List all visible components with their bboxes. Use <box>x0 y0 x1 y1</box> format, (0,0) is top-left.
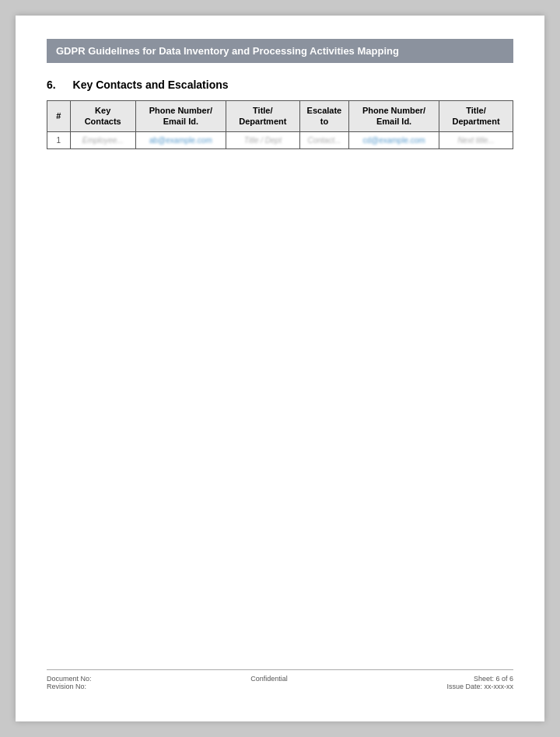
cell-phone1: ab@example.com <box>135 131 226 148</box>
col-header-key-contacts: KeyContacts <box>70 101 135 132</box>
doc-no-label: Document No: <box>47 675 92 683</box>
cell-key-contacts: Employee... <box>70 131 135 148</box>
section-number: 6. <box>47 79 56 91</box>
col-header-phone2: Phone Number/Email Id. <box>349 101 439 132</box>
cell-escalate: Contact... <box>299 131 348 148</box>
cell-phone2: cd@example.com <box>349 131 439 148</box>
cell-title1: Title / Dept <box>226 131 299 148</box>
sheet-label: Sheet: 6 of 6 <box>474 675 513 683</box>
table-header-row: # KeyContacts Phone Number/Email Id. Tit… <box>47 101 513 132</box>
contacts-table: # KeyContacts Phone Number/Email Id. Tit… <box>47 100 513 149</box>
col-header-title2: Title/Department <box>439 101 513 132</box>
footer-left: Document No: Revision No: <box>47 675 92 690</box>
page: GDPR Guidelines for Data Inventory and P… <box>16 16 544 721</box>
cell-row-number: 1 <box>47 131 71 148</box>
section-title: 6. Key Contacts and Escalations <box>47 79 513 91</box>
issue-date-label: Issue Date: xx-xxx-xx <box>446 683 513 690</box>
col-header-escalate: Escalateto <box>299 101 348 132</box>
footer-right: Sheet: 6 of 6 Issue Date: xx-xxx-xx <box>446 675 513 690</box>
title1-value: Title / Dept <box>244 136 282 145</box>
rev-no-label: Revision No: <box>47 683 92 690</box>
col-header-phone1: Phone Number/Email Id. <box>135 101 226 132</box>
phone1-value: ab@example.com <box>149 136 212 145</box>
key-contacts-value: Employee... <box>82 136 124 145</box>
content-area: 6. Key Contacts and Escalations # KeyCon… <box>47 79 513 669</box>
table-row: 1 Employee... ab@example.com Title / Dep… <box>47 131 513 148</box>
section-name: Key Contacts and Escalations <box>73 79 229 91</box>
col-header-hash: # <box>47 101 71 132</box>
confidential-label: Confidential <box>250 675 288 683</box>
cell-title2: Next title... <box>439 131 513 148</box>
title2-value: Next title... <box>457 136 494 145</box>
header-banner: GDPR Guidelines for Data Inventory and P… <box>47 39 513 63</box>
header-banner-text: GDPR Guidelines for Data Inventory and P… <box>56 45 399 57</box>
phone2-value: cd@example.com <box>362 136 425 145</box>
footer: Document No: Revision No: Confidential S… <box>47 669 513 690</box>
col-header-title1: Title/Department <box>226 101 299 132</box>
footer-center: Confidential <box>250 675 288 690</box>
escalate-value: Contact... <box>308 136 341 145</box>
